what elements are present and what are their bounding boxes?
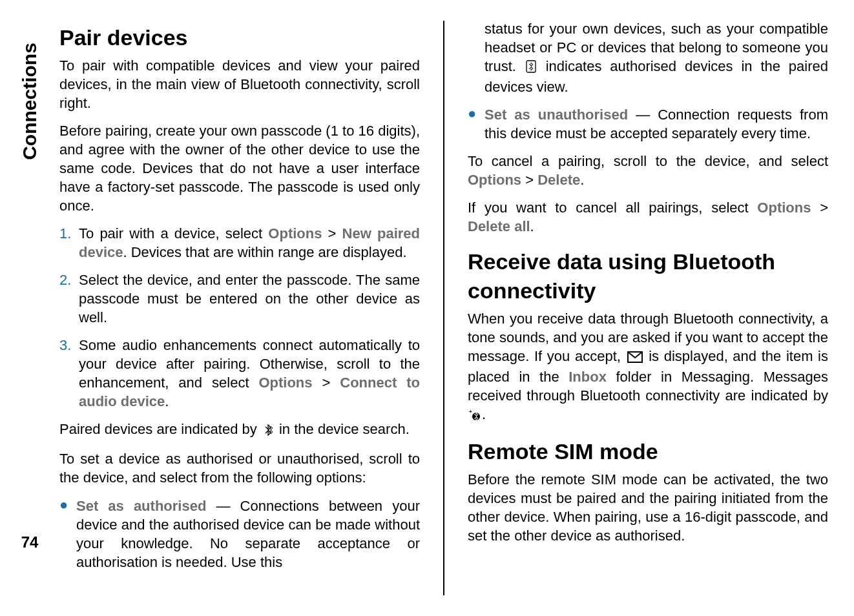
text-run: . Devices that are within range are disp… (123, 244, 407, 260)
svg-text:+: + (469, 409, 472, 415)
bullet-dot-icon: ● (468, 105, 484, 143)
text-run: > (811, 200, 828, 216)
menu-path-segment: Options (258, 375, 312, 391)
heading-pair-devices: Pair devices (59, 23, 420, 52)
pairing-steps: 1. To pair with a device, select Options… (59, 224, 420, 411)
manual-page: Connections 74 Pair devices To pair with… (0, 0, 854, 616)
bluetooth-message-icon: + (469, 407, 481, 426)
text-run: Paired devices are indicated by (59, 421, 261, 437)
step-number: 2. (59, 271, 79, 327)
menu-path-segment: Delete (537, 172, 580, 188)
bullet-body: Set as authorised — Connections between … (76, 497, 420, 571)
column-divider (443, 21, 444, 595)
text-run: . (165, 393, 169, 409)
step-number: 3. (59, 336, 79, 411)
text-run: indicates authorised devices in the pair… (484, 58, 828, 95)
paragraph: Before the remote SIM mode can be activa… (468, 470, 828, 545)
text-run: . (580, 172, 584, 188)
text-run: . (530, 218, 534, 234)
authorised-device-icon (526, 59, 536, 77)
list-item: ● Set as authorised — Connections betwee… (59, 497, 420, 571)
text-run: To pair with a device, select (79, 225, 268, 241)
two-column-layout: Pair devices To pair with compatible dev… (59, 18, 828, 598)
envelope-icon (627, 349, 643, 367)
list-item: ● Set as unauthorised — Connection reque… (468, 105, 828, 143)
list-item: 3. Some audio enhancements connect autom… (59, 336, 420, 411)
heading-remote-sim: Remote SIM mode (468, 437, 828, 466)
text-run: . (482, 406, 486, 422)
text-run: If you want to cancel all pairings, sele… (468, 200, 757, 216)
bluetooth-paired-icon (262, 422, 274, 440)
left-column: Pair devices To pair with compatible dev… (59, 18, 420, 598)
list-item: 1. To pair with a device, select Options… (59, 224, 420, 262)
heading-receive-data: Receive data using Bluetooth connectivit… (468, 247, 828, 305)
sidebar-section-label: Connections (19, 43, 41, 160)
step-body: Select the device, and enter the passcod… (79, 271, 420, 327)
authorisation-options: ● Set as authorised — Connections betwee… (59, 497, 420, 571)
inbox-label: Inbox (568, 369, 607, 385)
step-number: 1. (59, 224, 79, 262)
text-run: > (313, 375, 340, 391)
paragraph: Paired devices are indicated by in the d… (59, 420, 420, 440)
paragraph-continuation: status for your own devices, such as you… (468, 19, 828, 96)
authorisation-options-cont: ● Set as unauthorised — Connection reque… (468, 105, 828, 143)
option-label: Set as authorised (76, 498, 206, 514)
page-number: 74 (21, 533, 39, 551)
text-run: > (521, 172, 537, 188)
paragraph: To cancel a pairing, scroll to the devic… (468, 152, 828, 189)
menu-path-segment: Options (757, 200, 811, 216)
paragraph: To set a device as authorised or unautho… (59, 449, 420, 487)
bullet-dot-icon: ● (59, 497, 76, 571)
text-run: in the device search. (275, 421, 410, 437)
option-label: Set as unauthorised (484, 107, 628, 123)
text-run: > (322, 225, 342, 241)
menu-path-segment: Options (468, 172, 521, 188)
paragraph: When you receive data through Bluetooth … (468, 309, 828, 426)
text-run: To cancel a pairing, scroll to the devic… (468, 153, 828, 169)
menu-path-segment: Delete all (468, 218, 530, 234)
right-column: status for your own devices, such as you… (468, 18, 828, 598)
left-margin: Connections 74 (14, 13, 45, 590)
bullet-body: Set as unauthorised — Connection request… (484, 105, 828, 143)
step-body: Some audio enhancements connect automati… (79, 336, 420, 411)
list-item: 2. Select the device, and enter the pass… (59, 271, 420, 327)
paragraph: To pair with compatible devices and view… (59, 56, 420, 112)
menu-path-segment: Options (268, 225, 322, 241)
paragraph: Before pairing, create your own passcode… (59, 121, 420, 215)
paragraph: If you want to cancel all pairings, sele… (468, 198, 828, 236)
step-body: To pair with a device, select Options > … (79, 224, 420, 262)
